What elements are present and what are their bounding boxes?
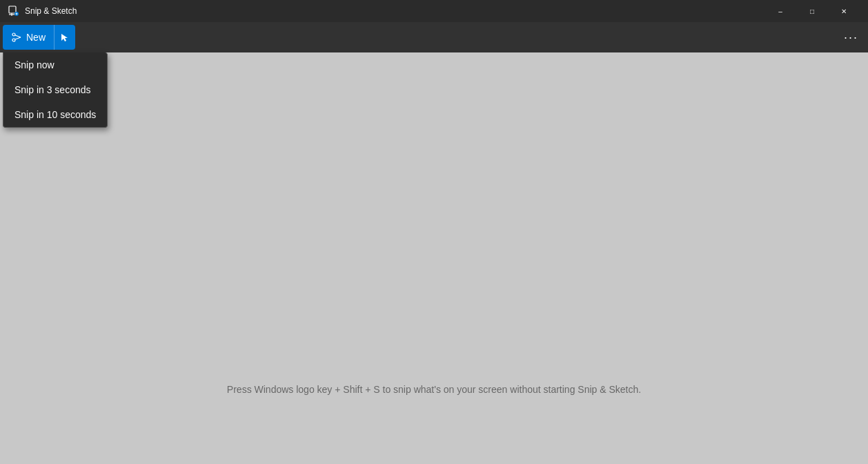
svg-point-7 [12, 39, 15, 41]
dropdown-menu: Snip now Snip in 3 seconds Snip in 10 se… [3, 52, 108, 128]
new-chevron-button[interactable] [54, 25, 75, 50]
new-button-label: New [26, 32, 46, 43]
toolbar-left: New [3, 25, 75, 50]
toolbar-wrapper: New ··· Snip now Snip in 3 seconds Snip … [0, 22, 868, 52]
toolbar: New ··· [0, 22, 868, 52]
title-bar: Snip & Sketch – □ ✕ [0, 0, 868, 22]
chevron-down-icon [60, 32, 70, 42]
svg-marker-10 [61, 34, 68, 41]
title-bar-controls: – □ ✕ [765, 0, 860, 22]
snip-10-seconds-item[interactable]: Snip in 10 seconds [3, 102, 107, 127]
svg-line-9 [15, 37, 21, 39]
hint-text: Press Windows logo key + Shift + S to sn… [227, 384, 641, 395]
app-icon [8, 6, 19, 17]
app-title: Snip & Sketch [25, 6, 77, 16]
minimize-button[interactable]: – [765, 0, 796, 22]
scissors-icon [11, 32, 22, 43]
close-button[interactable]: ✕ [828, 0, 860, 22]
svg-rect-0 [9, 6, 16, 13]
title-bar-left: Snip & Sketch [8, 6, 77, 17]
new-button[interactable]: New [3, 25, 54, 50]
main-content: Press Windows logo key + Shift + S to sn… [0, 52, 868, 464]
maximize-button[interactable]: □ [796, 0, 828, 22]
svg-point-6 [12, 33, 15, 36]
snip-now-item[interactable]: Snip now [3, 52, 107, 77]
snip-3-seconds-item[interactable]: Snip in 3 seconds [3, 77, 107, 102]
more-options-button[interactable]: ··· [837, 28, 865, 48]
svg-line-8 [15, 35, 21, 37]
